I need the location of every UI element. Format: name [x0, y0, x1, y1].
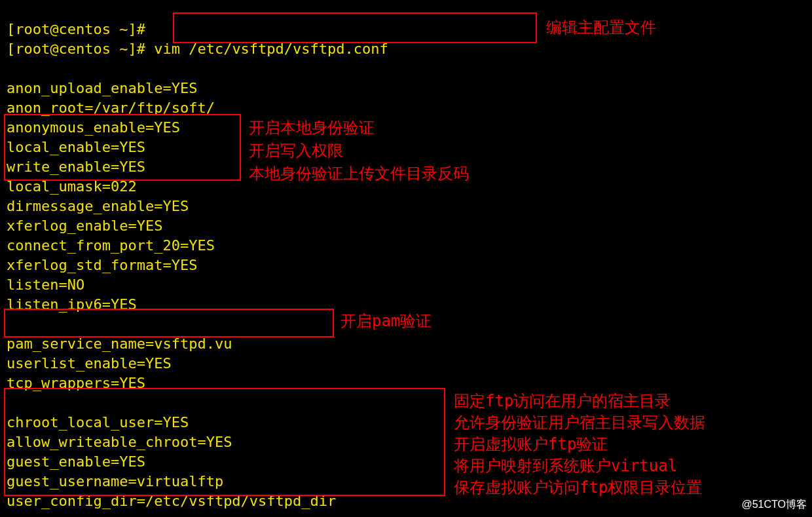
ann-allow-write: 允许身份验证用户宿主目录写入数据	[454, 413, 705, 432]
cfg-local-umask: local_umask=022	[7, 178, 137, 195]
cfg-anon-upload: anon_upload_enable=YES	[7, 80, 197, 96]
vim-command: vim /etc/vsftpd/vsftpd.conf	[154, 41, 388, 57]
cfg-anon-root: anon_root=/var/ftp/soft/	[7, 100, 215, 116]
cfg-chroot-local: chroot_local_user=YES	[7, 414, 189, 431]
cfg-tcp-wrappers: tcp_wrappers=YES	[7, 375, 145, 391]
prompt-line-2-prefix: [root@centos ~]#	[7, 41, 154, 57]
cfg-xferlog-en: xferlog_enable=YES	[7, 218, 162, 234]
ann-guest-enable: 开启虚拟账户ftp验证	[454, 434, 608, 454]
cfg-anonymous-enable: anonymous_enable=YES	[7, 119, 180, 136]
prompt-line-1: [root@centos ~]#	[7, 21, 145, 37]
watermark: @51CTO博客	[741, 495, 807, 514]
cfg-listen-ipv6: listen_ipv6=YES	[7, 296, 137, 313]
cfg-local-enable: local_enable=YES	[7, 139, 145, 155]
ann-guest-user: 将用户映射到系统账户virtual	[454, 456, 677, 476]
cfg-user-config-dir: user_config_dir=/etc/vsftpd/vsftpd_dir	[7, 493, 336, 509]
ann-edit-main-conf: 编辑主配置文件	[546, 18, 656, 37]
cfg-userlist: userlist_enable=YES	[7, 355, 172, 372]
ann-local-enable: 开启本地身份验证	[249, 118, 375, 138]
cfg-guest-enable: guest_enable=YES	[7, 453, 145, 470]
ann-local-umask: 本地身份验证上传文件目录反码	[249, 164, 469, 183]
cfg-listen: listen=NO	[7, 277, 84, 293]
cfg-allow-writeable: allow_writeable_chroot=YES	[7, 434, 232, 450]
ann-chroot-local: 固定ftp访问在用户的宿主目录	[454, 391, 671, 411]
cfg-guest-username: guest_username=virtualftp	[7, 473, 223, 489]
cfg-connect-20: connect_from_port_20=YES	[7, 237, 215, 254]
terminal-output: [root@centos ~]# [root@centos ~]# vim /e…	[7, 0, 388, 511]
ann-user-config: 保存虚拟账户访问ftp权限目录位置	[454, 478, 702, 497]
ann-write-enable: 开启写入权限	[249, 141, 343, 161]
ann-pam: 开启pam验证	[341, 311, 432, 331]
cfg-xferlog-std: xferlog_std_format=YES	[7, 257, 197, 273]
cfg-write-enable: write_enable=YES	[7, 159, 145, 175]
cfg-pam-service: pam_service_name=vsftpd.vu	[7, 335, 232, 352]
cfg-dirmessage: dirmessage_enable=YES	[7, 198, 189, 214]
